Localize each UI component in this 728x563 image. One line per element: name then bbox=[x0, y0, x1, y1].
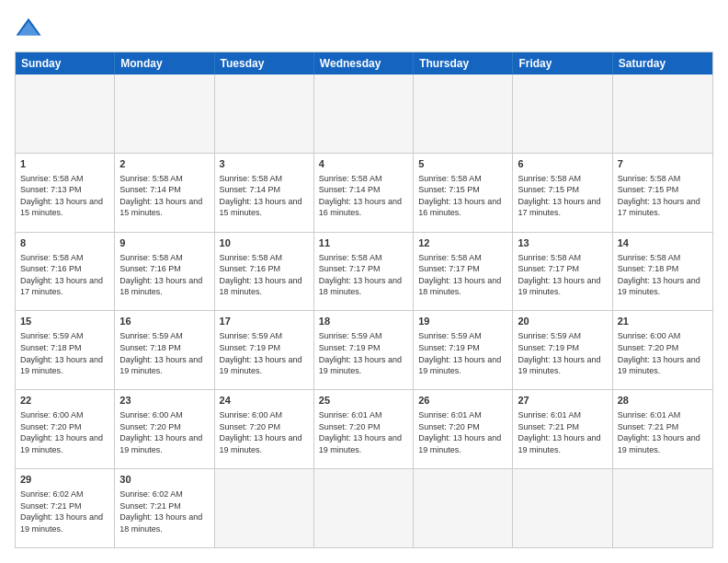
day-number: 26 bbox=[418, 394, 507, 408]
day-number: 30 bbox=[119, 473, 209, 487]
header bbox=[15, 15, 713, 42]
calendar-cell: 11Sunrise: 5:58 AMSunset: 7:17 PMDayligh… bbox=[314, 233, 414, 311]
day-number: 12 bbox=[418, 236, 507, 250]
day-number: 23 bbox=[119, 394, 209, 408]
day-info: Sunrise: 5:58 AMSunset: 7:15 PMDaylight:… bbox=[518, 173, 607, 219]
calendar-row-2: 8Sunrise: 5:58 AMSunset: 7:16 PMDaylight… bbox=[16, 232, 712, 311]
day-number: 3 bbox=[220, 157, 309, 171]
day-number: 20 bbox=[518, 315, 607, 328]
calendar-row-3: 15Sunrise: 5:59 AMSunset: 7:18 PMDayligh… bbox=[16, 310, 712, 389]
day-info: Sunrise: 5:59 AMSunset: 7:19 PMDaylight:… bbox=[518, 330, 607, 376]
calendar-cell bbox=[513, 75, 612, 153]
day-info: Sunrise: 6:01 AMSunset: 7:20 PMDaylight:… bbox=[418, 409, 507, 455]
header-day-monday: Monday bbox=[115, 52, 214, 75]
header-day-tuesday: Tuesday bbox=[215, 52, 314, 75]
day-info: Sunrise: 5:59 AMSunset: 7:18 PMDaylight:… bbox=[119, 330, 209, 376]
calendar-cell: 13Sunrise: 5:58 AMSunset: 7:17 PMDayligh… bbox=[513, 233, 612, 311]
day-number: 17 bbox=[220, 315, 309, 328]
calendar-header: SundayMondayTuesdayWednesdayThursdayFrid… bbox=[16, 52, 712, 75]
header-day-saturday: Saturday bbox=[613, 52, 712, 75]
calendar-cell: 3Sunrise: 5:58 AMSunset: 7:14 PMDaylight… bbox=[215, 154, 314, 232]
day-number: 4 bbox=[319, 157, 408, 171]
day-info: Sunrise: 5:58 AMSunset: 7:16 PMDaylight:… bbox=[119, 252, 209, 298]
calendar-cell: 16Sunrise: 5:59 AMSunset: 7:18 PMDayligh… bbox=[115, 311, 214, 389]
day-number: 16 bbox=[119, 315, 209, 328]
day-info: Sunrise: 5:59 AMSunset: 7:19 PMDaylight:… bbox=[418, 330, 507, 376]
day-info: Sunrise: 5:58 AMSunset: 7:17 PMDaylight:… bbox=[518, 252, 607, 298]
calendar-cell: 23Sunrise: 6:00 AMSunset: 7:20 PMDayligh… bbox=[115, 390, 214, 468]
calendar-cell: 9Sunrise: 5:58 AMSunset: 7:16 PMDaylight… bbox=[115, 233, 214, 311]
day-number: 21 bbox=[618, 315, 708, 328]
calendar-cell bbox=[16, 75, 115, 153]
day-number: 27 bbox=[518, 394, 607, 408]
calendar-cell: 2Sunrise: 5:58 AMSunset: 7:14 PMDaylight… bbox=[115, 154, 214, 232]
calendar-cell: 26Sunrise: 6:01 AMSunset: 7:20 PMDayligh… bbox=[414, 390, 513, 468]
calendar-cell: 1Sunrise: 5:58 AMSunset: 7:13 PMDaylight… bbox=[16, 154, 115, 232]
calendar-cell: 24Sunrise: 6:00 AMSunset: 7:20 PMDayligh… bbox=[215, 390, 314, 468]
day-number: 5 bbox=[418, 157, 507, 171]
calendar-cell bbox=[314, 469, 414, 547]
calendar-cell: 4Sunrise: 5:58 AMSunset: 7:14 PMDaylight… bbox=[314, 154, 414, 232]
day-number: 8 bbox=[20, 236, 109, 250]
day-number: 29 bbox=[20, 473, 109, 487]
calendar-cell: 20Sunrise: 5:59 AMSunset: 7:19 PMDayligh… bbox=[513, 311, 612, 389]
calendar-row-0 bbox=[16, 75, 712, 153]
page: SundayMondayTuesdayWednesdayThursdayFrid… bbox=[0, 0, 728, 563]
day-number: 18 bbox=[319, 315, 408, 328]
header-day-wednesday: Wednesday bbox=[314, 52, 414, 75]
calendar-cell bbox=[613, 75, 712, 153]
calendar-cell: 21Sunrise: 6:00 AMSunset: 7:20 PMDayligh… bbox=[613, 311, 712, 389]
day-info: Sunrise: 5:58 AMSunset: 7:18 PMDaylight:… bbox=[618, 252, 708, 298]
day-info: Sunrise: 5:58 AMSunset: 7:17 PMDaylight:… bbox=[319, 252, 408, 298]
calendar-cell bbox=[215, 469, 314, 547]
day-info: Sunrise: 5:59 AMSunset: 7:18 PMDaylight:… bbox=[20, 330, 109, 376]
calendar-row-5: 29Sunrise: 6:02 AMSunset: 7:21 PMDayligh… bbox=[16, 468, 712, 547]
day-number: 7 bbox=[618, 157, 708, 171]
day-info: Sunrise: 5:58 AMSunset: 7:14 PMDaylight:… bbox=[220, 173, 309, 219]
day-number: 25 bbox=[319, 394, 408, 408]
calendar-cell: 25Sunrise: 6:01 AMSunset: 7:20 PMDayligh… bbox=[314, 390, 414, 468]
calendar-row-4: 22Sunrise: 6:00 AMSunset: 7:20 PMDayligh… bbox=[16, 389, 712, 468]
calendar-cell: 18Sunrise: 5:59 AMSunset: 7:19 PMDayligh… bbox=[314, 311, 414, 389]
day-number: 9 bbox=[119, 236, 209, 250]
calendar-cell: 22Sunrise: 6:00 AMSunset: 7:20 PMDayligh… bbox=[16, 390, 115, 468]
calendar-cell: 30Sunrise: 6:02 AMSunset: 7:21 PMDayligh… bbox=[115, 469, 214, 547]
calendar-cell bbox=[613, 469, 712, 547]
day-info: Sunrise: 6:02 AMSunset: 7:21 PMDaylight:… bbox=[20, 488, 109, 534]
day-info: Sunrise: 5:58 AMSunset: 7:14 PMDaylight:… bbox=[119, 173, 209, 219]
calendar-cell: 5Sunrise: 5:58 AMSunset: 7:15 PMDaylight… bbox=[414, 154, 513, 232]
calendar-body: 1Sunrise: 5:58 AMSunset: 7:13 PMDaylight… bbox=[16, 75, 712, 547]
calendar-cell: 19Sunrise: 5:59 AMSunset: 7:19 PMDayligh… bbox=[414, 311, 513, 389]
calendar-cell bbox=[414, 75, 513, 153]
header-day-friday: Friday bbox=[513, 52, 612, 75]
day-info: Sunrise: 5:58 AMSunset: 7:16 PMDaylight:… bbox=[20, 252, 109, 298]
day-info: Sunrise: 5:59 AMSunset: 7:19 PMDaylight:… bbox=[220, 330, 309, 376]
calendar: SundayMondayTuesdayWednesdayThursdayFrid… bbox=[15, 52, 713, 548]
calendar-cell: 29Sunrise: 6:02 AMSunset: 7:21 PMDayligh… bbox=[16, 469, 115, 547]
day-info: Sunrise: 5:59 AMSunset: 7:19 PMDaylight:… bbox=[319, 330, 408, 376]
day-info: Sunrise: 6:00 AMSunset: 7:20 PMDaylight:… bbox=[20, 409, 109, 455]
calendar-cell: 8Sunrise: 5:58 AMSunset: 7:16 PMDaylight… bbox=[16, 233, 115, 311]
day-number: 15 bbox=[20, 315, 109, 328]
calendar-cell bbox=[513, 469, 612, 547]
day-info: Sunrise: 5:58 AMSunset: 7:15 PMDaylight:… bbox=[418, 173, 507, 219]
logo bbox=[15, 15, 46, 42]
day-number: 6 bbox=[518, 157, 607, 171]
day-number: 28 bbox=[618, 394, 708, 408]
logo-icon bbox=[15, 15, 42, 42]
calendar-cell bbox=[314, 75, 414, 153]
calendar-cell: 10Sunrise: 5:58 AMSunset: 7:16 PMDayligh… bbox=[215, 233, 314, 311]
day-info: Sunrise: 5:58 AMSunset: 7:13 PMDaylight:… bbox=[20, 173, 109, 219]
day-info: Sunrise: 6:02 AMSunset: 7:21 PMDaylight:… bbox=[119, 488, 209, 534]
header-day-thursday: Thursday bbox=[414, 52, 513, 75]
day-info: Sunrise: 6:01 AMSunset: 7:21 PMDaylight:… bbox=[618, 409, 708, 455]
day-number: 14 bbox=[618, 236, 708, 250]
calendar-cell: 7Sunrise: 5:58 AMSunset: 7:15 PMDaylight… bbox=[613, 154, 712, 232]
calendar-cell: 28Sunrise: 6:01 AMSunset: 7:21 PMDayligh… bbox=[613, 390, 712, 468]
day-info: Sunrise: 5:58 AMSunset: 7:14 PMDaylight:… bbox=[319, 173, 408, 219]
calendar-row-1: 1Sunrise: 5:58 AMSunset: 7:13 PMDaylight… bbox=[16, 153, 712, 232]
day-number: 22 bbox=[20, 394, 109, 408]
day-number: 10 bbox=[220, 236, 309, 250]
day-number: 24 bbox=[220, 394, 309, 408]
calendar-cell bbox=[215, 75, 314, 153]
